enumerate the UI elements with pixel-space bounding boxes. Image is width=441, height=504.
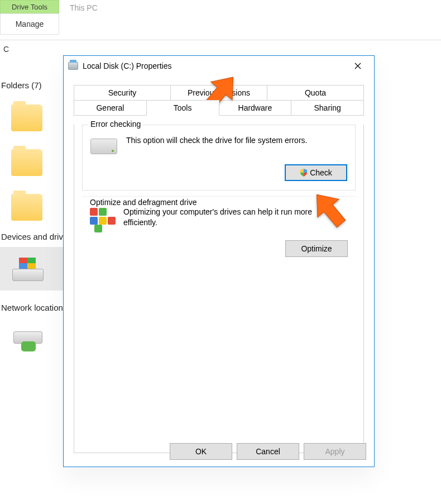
ribbon: Drive Tools Manage This PC [0, 0, 441, 40]
tab-control: Security Previous Versions Quota General… [74, 85, 364, 116]
shield-icon [300, 169, 308, 177]
tab-security[interactable]: Security [74, 85, 171, 100]
tab-panel-tools: Error checking This option will check th… [74, 125, 364, 453]
dialog-title: Local Disk (C:) Properties [83, 61, 346, 70]
ribbon-context-drive-tools[interactable]: Drive Tools [0, 0, 59, 13]
check-button-label: Check [310, 168, 332, 177]
defrag-icon [90, 208, 114, 230]
group-error-checking: Error checking This option will check th… [82, 125, 356, 191]
dialog-body: Security Previous Versions Quota General… [64, 76, 374, 458]
disk-icon [11, 256, 45, 281]
group-title: Optimize and defragment drive [88, 198, 199, 207]
divider [82, 196, 356, 197]
cancel-button[interactable]: Cancel [237, 443, 299, 460]
tab-tools[interactable]: Tools [146, 100, 219, 116]
tab-quota[interactable]: Quota [267, 85, 364, 100]
tab-hardware[interactable]: Hardware [219, 100, 292, 116]
ok-label: OK [195, 447, 207, 456]
tab-sharing[interactable]: Sharing [291, 100, 364, 116]
drive-icon [90, 139, 117, 154]
group-title: Error checking [88, 120, 143, 129]
ok-button[interactable]: OK [170, 443, 232, 460]
apply-button[interactable]: Apply [304, 443, 366, 460]
dialog-footer: OK Cancel Apply [170, 443, 366, 460]
disk-icon [68, 62, 78, 70]
folder-icon [11, 149, 42, 176]
close-button[interactable] [346, 58, 370, 74]
tab-general[interactable]: General [74, 100, 147, 116]
close-icon [354, 63, 361, 69]
group-optimize: Optimize and defragment drive Optimizing… [82, 201, 356, 266]
folder-icon [11, 194, 42, 221]
optimize-button[interactable]: Optimize [285, 240, 348, 257]
optimize-button-label: Optimize [301, 244, 332, 253]
check-button[interactable]: Check [285, 164, 347, 181]
ribbon-tab-manage[interactable]: Manage [0, 13, 59, 35]
cancel-label: Cancel [256, 447, 280, 456]
dialog-titlebar[interactable]: Local Disk (C:) Properties [64, 56, 374, 76]
apply-label: Apply [325, 447, 344, 456]
folder-icon [11, 104, 42, 131]
tab-previous-versions[interactable]: Previous Versions [170, 85, 267, 100]
properties-dialog: Local Disk (C:) Properties Security Prev… [63, 55, 375, 467]
window-title: This PC [70, 3, 98, 12]
error-checking-text: This option will check the drive for fil… [126, 135, 347, 146]
network-drive-icon [11, 329, 45, 351]
optimize-text: Optimizing your computer's drives can he… [123, 207, 348, 228]
